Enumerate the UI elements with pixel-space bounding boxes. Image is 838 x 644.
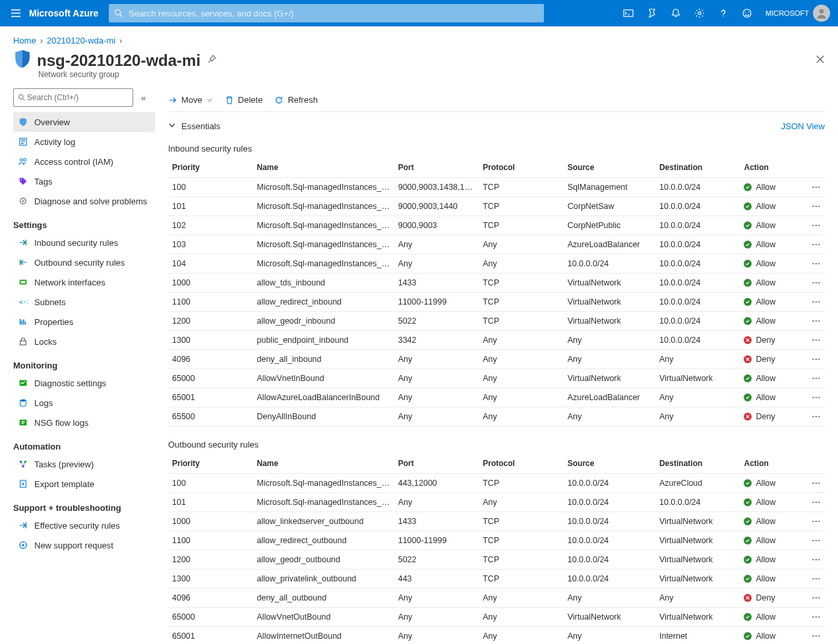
row-menu-button[interactable]: ··· [804, 293, 825, 312]
sidebar-item-tags[interactable]: Tags [13, 171, 155, 191]
table-row[interactable]: 1300public_endpoint_inbound3342AnyAny10.… [168, 331, 825, 350]
sidebar-item-nsg-flow-logs[interactable]: NSG flow logs [13, 413, 155, 432]
settings-icon[interactable] [688, 0, 711, 26]
column-header-port[interactable]: Port [394, 158, 479, 178]
row-menu-button[interactable]: ··· [804, 274, 825, 293]
row-menu-button[interactable]: ··· [804, 350, 825, 369]
sidebar-item-overview[interactable]: Overview [13, 112, 155, 132]
cell-action: Allow [740, 493, 803, 512]
sidebar-item-diagnostic-settings[interactable]: Diagnostic settings [13, 373, 155, 393]
breadcrumb-home[interactable]: Home [13, 36, 36, 45]
sidebar-item-network-interfaces[interactable]: Network interfaces [13, 272, 155, 292]
help-icon[interactable] [711, 0, 735, 26]
sidebar-search[interactable] [13, 88, 133, 107]
breadcrumb-item[interactable]: 20210120-wda-mi [47, 36, 115, 45]
column-header-source[interactable]: Source [564, 158, 655, 178]
row-menu-button[interactable]: ··· [804, 608, 825, 627]
table-row[interactable]: 1300allow_privatelink_outbound443TCP10.0… [168, 570, 825, 589]
table-row[interactable]: 65000AllowVnetInBoundAnyAnyVirtualNetwor… [168, 369, 825, 388]
table-row[interactable]: 1000allow_tds_inbound1433TCPVirtualNetwo… [168, 274, 825, 293]
column-header-protocol[interactable]: Protocol [479, 158, 564, 178]
row-menu-button[interactable]: ··· [804, 407, 825, 426]
table-row[interactable]: 101Microsoft.Sql-managedInstances_U...An… [168, 493, 825, 512]
row-menu-button[interactable]: ··· [804, 178, 825, 197]
delete-button[interactable]: Delete [225, 95, 263, 105]
row-menu-button[interactable]: ··· [804, 531, 825, 550]
pin-button[interactable] [207, 55, 216, 66]
table-row[interactable]: 1200allow_geodr_inbound5022TCPVirtualNet… [168, 312, 825, 331]
sidebar-item-logs[interactable]: Logs [13, 393, 155, 413]
table-row[interactable]: 65001AllowInternetOutBoundAnyAnyAnyInter… [168, 627, 825, 645]
table-row[interactable]: 104Microsoft.Sql-managedInstances_U...An… [168, 254, 825, 274]
column-header-action[interactable]: Action [740, 158, 803, 178]
table-row[interactable]: 65001AllowAzureLoadBalancerInBoundAnyAny… [168, 388, 825, 407]
column-header-protocol[interactable]: Protocol [479, 454, 564, 474]
table-row[interactable]: 1100allow_redirect_inbound11000-11999TCP… [168, 293, 825, 312]
table-row[interactable]: 1100allow_redirect_outbound11000-11999TC… [168, 531, 825, 550]
row-menu-button[interactable]: ··· [804, 331, 825, 350]
table-row[interactable]: 100Microsoft.Sql-managedInstances_U...44… [168, 474, 825, 493]
column-header-name[interactable]: Name [253, 158, 394, 178]
column-header-destination[interactable]: Destination [655, 158, 740, 178]
directory-icon[interactable] [640, 0, 664, 26]
column-header-priority[interactable]: Priority [168, 454, 253, 474]
row-menu-button[interactable]: ··· [804, 627, 825, 645]
row-menu-button[interactable]: ··· [804, 474, 825, 493]
row-menu-button[interactable]: ··· [804, 216, 825, 235]
sidebar-item-effective-security-rules[interactable]: Effective security rules [13, 515, 155, 535]
column-header-port[interactable]: Port [394, 454, 479, 474]
cloud-shell-icon[interactable] [616, 0, 640, 26]
table-row[interactable]: 4096deny_all_inboundAnyAnyAnyAnyDeny··· [168, 350, 825, 369]
row-menu-button[interactable]: ··· [804, 550, 825, 570]
column-header-priority[interactable]: Priority [168, 158, 253, 178]
sidebar-item-outbound-security-rules[interactable]: Outbound security rules [13, 252, 155, 272]
account-menu[interactable]: MICROSOFT [763, 5, 833, 22]
row-menu-button[interactable]: ··· [804, 254, 825, 274]
global-search-input[interactable] [127, 8, 539, 19]
json-view-link[interactable]: JSON View [781, 121, 825, 131]
brand[interactable]: Microsoft Azure [29, 8, 98, 18]
collapse-sidebar-button[interactable]: « [141, 93, 146, 103]
close-button[interactable] [816, 55, 825, 66]
essentials-toggle[interactable]: Essentials [168, 116, 220, 136]
sidebar-item-diagnose-and-solve-problems[interactable]: Diagnose and solve problems [13, 191, 155, 211]
column-header-destination[interactable]: Destination [655, 454, 740, 474]
sidebar-item-properties[interactable]: Properties [13, 312, 155, 332]
table-row[interactable]: 4096deny_all_outboundAnyAnyAnyAnyDeny··· [168, 589, 825, 608]
notifications-icon[interactable] [664, 0, 688, 26]
sidebar-item-activity-log[interactable]: Activity log [13, 132, 155, 152]
sidebar-item-subnets[interactable]: <·>Subnets [13, 292, 155, 312]
sidebar-item-inbound-security-rules[interactable]: Inbound security rules [13, 233, 155, 252]
global-search[interactable] [109, 4, 544, 22]
table-row[interactable]: 65000AllowVnetOutBoundAnyAnyVirtualNetwo… [168, 608, 825, 627]
column-header-name[interactable]: Name [253, 454, 394, 474]
sidebar-item-locks[interactable]: Locks [13, 332, 155, 351]
row-menu-button[interactable]: ··· [804, 312, 825, 331]
column-header-action[interactable]: Action [740, 454, 803, 474]
table-row[interactable]: 1200allow_geodr_outbound5022TCP10.0.0.0/… [168, 550, 825, 570]
table-row[interactable]: 1000allow_linkedserver_outbound1433TCP10… [168, 512, 825, 531]
feedback-icon[interactable] [735, 0, 759, 26]
refresh-button[interactable]: Refresh [274, 95, 318, 105]
row-menu-button[interactable]: ··· [804, 589, 825, 608]
row-menu-button[interactable]: ··· [804, 235, 825, 254]
table-row[interactable]: 103Microsoft.Sql-managedInstances_U...An… [168, 235, 825, 254]
row-menu-button[interactable]: ··· [804, 512, 825, 531]
table-row[interactable]: 65500DenyAllInBoundAnyAnyAnyAnyDeny··· [168, 407, 825, 426]
table-row[interactable]: 101Microsoft.Sql-managedInstances_U...90… [168, 197, 825, 216]
sidebar-item-access-control-iam-[interactable]: Access control (IAM) [13, 152, 155, 171]
table-row[interactable]: 100Microsoft.Sql-managedInstances_U...90… [168, 178, 825, 197]
column-header-source[interactable]: Source [564, 454, 655, 474]
sidebar-search-input[interactable] [26, 92, 129, 103]
sidebar-item-export-template[interactable]: Export template [13, 474, 155, 494]
row-menu-button[interactable]: ··· [804, 570, 825, 589]
row-menu-button[interactable]: ··· [804, 388, 825, 407]
sidebar-item-tasks-preview-[interactable]: Tasks (preview) [13, 454, 155, 474]
sidebar-item-new-support-request[interactable]: New support request [13, 535, 155, 555]
row-menu-button[interactable]: ··· [804, 197, 825, 216]
table-row[interactable]: 102Microsoft.Sql-managedInstances_U...90… [168, 216, 825, 235]
menu-button[interactable] [5, 3, 26, 24]
row-menu-button[interactable]: ··· [804, 369, 825, 388]
row-menu-button[interactable]: ··· [804, 493, 825, 512]
move-button[interactable]: Move [168, 95, 213, 105]
